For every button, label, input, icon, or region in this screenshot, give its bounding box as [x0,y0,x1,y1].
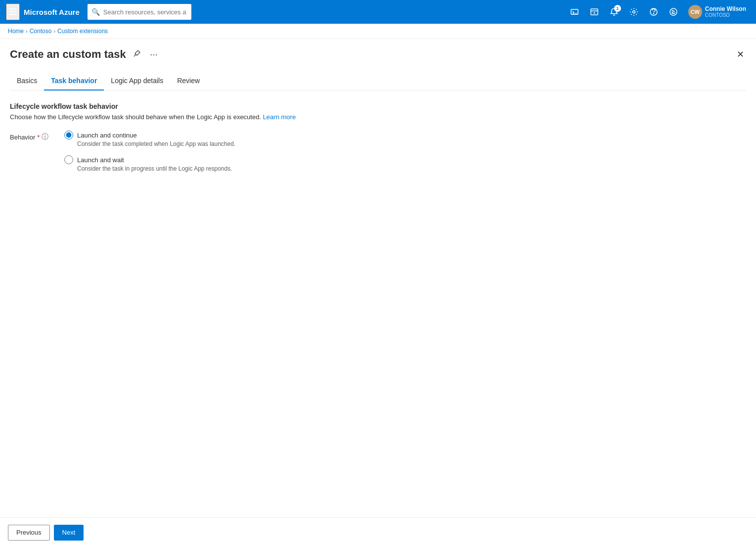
radio-label-launch-continue-text: Launch and continue [77,132,137,139]
svg-point-3 [593,12,595,14]
hamburger-menu[interactable]: ☰ [6,3,20,20]
breadcrumb-home[interactable]: Home [8,28,24,35]
radio-desc-launch-continue: Consider the task completed when Logic A… [64,140,235,147]
breadcrumb: Home › Contoso › Custom extensions [0,24,756,39]
search-input[interactable] [88,4,191,20]
user-info: Connie Wilson CONTOSO [705,5,746,18]
page-title: Create an custom task [10,48,126,61]
search-wrapper: 🔍 [88,4,322,20]
help-icon[interactable] [645,3,663,21]
radio-options: Launch and continue Consider the task co… [64,131,235,172]
svg-rect-2 [591,9,598,15]
section-title: Lifecycle workflow task behavior [10,102,746,110]
tabs: Basics Task behavior Logic App details R… [10,72,746,91]
user-name: Connie Wilson [705,5,746,12]
directory-icon[interactable] [585,3,603,21]
tab-review[interactable]: Review [170,72,207,91]
notifications-icon[interactable]: 1 [605,3,623,21]
radio-label-launch-wait[interactable]: Launch and wait [64,155,235,164]
feedback-icon[interactable] [665,3,682,21]
notification-count: 1 [614,5,621,12]
brand-name: Microsoft Azure [24,8,80,16]
behavior-form-row: Behavior * ⓘ Launch and continue Conside… [10,131,746,172]
radio-option-launch-continue: Launch and continue Consider the task co… [64,131,235,147]
required-star: * [37,134,40,141]
pin-icon[interactable] [131,47,143,61]
svg-line-7 [134,54,136,56]
breadcrumb-sep-1: › [26,28,28,34]
user-menu[interactable]: CW Connie Wilson CONTOSO [684,3,750,21]
breadcrumb-sep-2: › [53,28,55,34]
svg-point-4 [632,11,635,13]
tab-task-behavior[interactable]: Task behavior [44,72,104,91]
info-icon[interactable]: ⓘ [42,133,48,141]
bottom-bar: Previous Next [0,517,756,547]
behavior-label: Behavior * ⓘ [10,131,54,141]
previous-button[interactable]: Previous [8,525,50,541]
section-desc-text: Choose how the Lifecycle workflow task s… [10,113,263,121]
main-content: Create an custom task ⋯ ✕ Basics Task be… [0,39,756,516]
radio-launch-wait[interactable] [64,155,73,164]
radio-desc-launch-wait: Consider the task in progress until the … [64,165,235,172]
radio-label-launch-continue[interactable]: Launch and continue [64,131,235,139]
page-header: Create an custom task ⋯ ✕ [10,47,746,62]
more-options-icon[interactable]: ⋯ [148,48,160,61]
avatar: CW [688,5,702,19]
breadcrumb-contoso[interactable]: Contoso [30,28,52,35]
tab-logic-app-details[interactable]: Logic App details [104,72,170,91]
behavior-label-text: Behavior [10,134,35,141]
topbar: ☰ Microsoft Azure 🔍 1 CW Connie Wilson [0,0,756,24]
breadcrumb-custom-extensions[interactable]: Custom extensions [57,28,108,35]
close-button[interactable]: ✕ [735,47,746,62]
tab-basics[interactable]: Basics [10,72,44,91]
section-desc: Choose how the Lifecycle workflow task s… [10,113,746,121]
settings-icon[interactable] [625,3,643,21]
page-title-row: Create an custom task ⋯ [10,47,160,61]
radio-label-launch-wait-text: Launch and wait [77,156,124,164]
next-button[interactable]: Next [54,525,84,541]
user-tenant: CONTOSO [705,12,746,18]
learn-more-link[interactable]: Learn more [263,113,296,121]
radio-option-launch-wait: Launch and wait Consider the task in pro… [64,155,235,172]
radio-launch-continue[interactable] [64,131,73,139]
cloud-shell-icon[interactable] [566,3,583,21]
topbar-icons: 1 CW Connie Wilson CONTOSO [566,3,750,21]
